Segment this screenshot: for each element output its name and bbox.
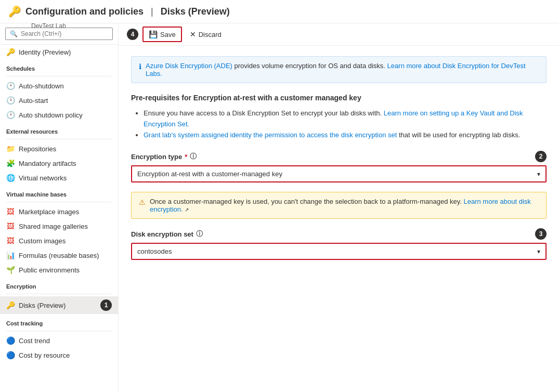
section-vm-bases: Virtual machine bases: [0, 185, 118, 200]
disk-encryption-set-wrapper: contosodes other-encryption-set ▾: [131, 243, 547, 260]
sidebar-item-label: Virtual networks: [19, 174, 67, 182]
sidebar-item-cost-trend[interactable]: 🔵 Cost trend: [0, 333, 118, 348]
section-schedules: Schedules: [0, 59, 118, 74]
custom-image-icon: 🖼: [6, 237, 15, 245]
grant-identity-link[interactable]: Grant lab's system assigned identity the…: [144, 131, 397, 139]
info-banner-text: Azure Disk Encryption (ADE) provides vol…: [146, 62, 539, 77]
sidebar-item-public-environments[interactable]: 🌱 Public environments: [0, 263, 118, 277]
content-area: 4 💾 Save ✕ Discard ℹ Azure Disk Encrypti…: [119, 23, 559, 392]
disk-set-info-icon[interactable]: ⓘ: [196, 229, 203, 239]
step-badge-3: 3: [535, 228, 547, 240]
discard-icon: ✕: [190, 30, 196, 38]
page-title: Configuration and policies: [25, 6, 144, 17]
encryption-type-group: Encryption type * ⓘ 2 Encryption at-rest…: [131, 151, 547, 182]
warning-text: Once a customer-managed key is used, you…: [150, 198, 539, 213]
sidebar-item-marketplace-images[interactable]: 🖼 Marketplace images: [0, 204, 118, 219]
sidebar-item-label: Repositories: [19, 145, 56, 153]
encryption-type-info-icon[interactable]: ⓘ: [190, 152, 197, 161]
save-label: Save: [160, 31, 176, 38]
bullet1-text: Ensure you have access to a Disk Encrypt…: [144, 109, 523, 128]
prerequisites-list: Ensure you have access to a Disk Encrypt…: [131, 108, 547, 140]
page-subtitle: Disks (Preview): [161, 6, 230, 17]
section-encryption: Encryption: [0, 277, 118, 292]
sidebar-item-auto-shutdown[interactable]: 🕐 Auto-shutdown: [0, 79, 118, 93]
warning-box: ⚠ Once a customer-managed key is used, y…: [131, 192, 547, 219]
discard-label: Discard: [199, 31, 222, 38]
sidebar-item-cost-by-resource[interactable]: 🔵 Cost by resource: [0, 348, 118, 362]
cost-trend-icon: 🔵: [6, 336, 15, 345]
sidebar-item-identity[interactable]: 🔑 Identity (Preview): [0, 45, 118, 59]
bullet-item-1: Ensure you have access to a Disk Encrypt…: [144, 108, 547, 130]
sidebar-item-auto-start[interactable]: 🕐 Auto-start: [0, 93, 118, 108]
section-cost-tracking: Cost tracking: [0, 314, 118, 329]
sidebar-item-label: Cost by resource: [19, 351, 70, 359]
encryption-type-select[interactable]: Encryption at-rest with a platform-manag…: [132, 166, 545, 181]
info-banner: ℹ Azure Disk Encryption (ADE) provides v…: [131, 56, 547, 83]
section-external: External resources: [0, 122, 118, 137]
repo-icon: 📁: [6, 145, 15, 153]
sidebar-item-label: Shared image galleries: [19, 223, 88, 230]
sidebar-item-custom-images[interactable]: 🖼 Custom images: [0, 233, 118, 248]
clock-icon: 🕐: [6, 82, 15, 90]
sidebar-item-label: Identity (Preview): [19, 48, 71, 56]
sidebar-item-label: Marketplace images: [19, 208, 79, 216]
toolbar: 4 💾 Save ✕ Discard: [119, 23, 559, 46]
divider: [6, 76, 112, 76]
toolbar-step-badge: 4: [127, 29, 138, 40]
save-icon: 💾: [149, 30, 158, 38]
sidebar-item-label: Public environments: [19, 266, 80, 274]
search-icon: 🔍: [10, 30, 18, 37]
sidebar-item-formulas[interactable]: 📊 Formulas (reusable bases): [0, 248, 118, 263]
title-separator: |: [151, 6, 153, 17]
sidebar-item-auto-shutdown-policy[interactable]: 🕐 Auto shutdown policy: [0, 108, 118, 122]
sidebar-item-label: Cost trend: [19, 337, 50, 345]
sidebar-item-repositories[interactable]: 📁 Repositories: [0, 141, 118, 156]
disk-encryption-set-group: Disk encryption set ⓘ 3 contosodes other…: [131, 228, 547, 260]
divider: [6, 331, 112, 331]
top-header: 🔑 Configuration and policies | Disks (Pr…: [0, 0, 559, 23]
step-badge-2: 2: [535, 151, 547, 162]
search-input[interactable]: [21, 30, 108, 37]
sub-label: DevTest Lab: [31, 22, 66, 30]
cost-resource-icon: 🔵: [6, 351, 15, 359]
key-vault-link[interactable]: Learn more on setting up a Key Vault and…: [144, 109, 523, 128]
key-icon: 🔑: [6, 48, 15, 56]
sidebar-item-label: Auto-shutdown: [19, 82, 64, 90]
sidebar-item-label: Formulas (reusable bases): [19, 252, 99, 259]
main-container: 🔍 🔑 Identity (Preview) Schedules 🕐 Auto-…: [0, 23, 559, 392]
encryption-type-label: Encryption type * ⓘ 2: [131, 151, 547, 162]
info-icon: ℹ: [139, 62, 141, 71]
network-icon: 🌐: [6, 174, 15, 182]
sidebar-item-label: Disks (Preview): [19, 302, 66, 309]
bullet-item-2: Grant lab's system assigned identity the…: [144, 130, 547, 141]
bullet2-text: Grant lab's system assigned identity the…: [144, 131, 520, 139]
prerequisites-title: Pre-requisites for Encryption at-rest wi…: [131, 94, 547, 102]
sidebar: 🔍 🔑 Identity (Preview) Schedules 🕐 Auto-…: [0, 23, 119, 392]
ade-link[interactable]: Azure Disk Encryption (ADE): [146, 62, 232, 70]
warning-icon: ⚠: [139, 198, 146, 206]
sidebar-item-shared-galleries[interactable]: 🖼 Shared image galleries: [0, 219, 118, 233]
gallery-icon: 🖼: [6, 222, 15, 230]
sidebar-item-disks-preview[interactable]: 🔑 Disks (Preview) 1: [0, 296, 118, 314]
sidebar-item-virtual-networks[interactable]: 🌐 Virtual networks: [0, 171, 118, 185]
sidebar-item-label: Auto shutdown policy: [19, 111, 83, 119]
environments-icon: 🌱: [6, 266, 15, 274]
discard-button[interactable]: ✕ Discard: [184, 27, 227, 42]
external-link-icon: ↗: [185, 207, 189, 213]
sidebar-item-label: Auto-start: [19, 97, 48, 104]
clock-icon: 🕐: [6, 111, 15, 119]
sidebar-item-mandatory-artifacts[interactable]: 🧩 Mandatory artifacts: [0, 156, 118, 171]
step-badge-1: 1: [100, 299, 112, 311]
divider: [6, 139, 112, 139]
sidebar-item-label: Custom images: [19, 237, 66, 245]
save-button[interactable]: 💾 Save: [142, 27, 182, 42]
encryption-type-select-wrapper: Encryption at-rest with a platform-manag…: [131, 165, 547, 182]
content-scroll: ℹ Azure Disk Encryption (ADE) provides v…: [119, 46, 559, 392]
disk-key-icon: 🔑: [6, 301, 15, 309]
key-icon: 🔑: [8, 5, 21, 18]
artifact-icon: 🧩: [6, 159, 15, 167]
clock-icon: 🕐: [6, 96, 15, 104]
disk-encryption-set-select[interactable]: contosodes other-encryption-set: [132, 244, 545, 259]
sidebar-item-label: Mandatory artifacts: [19, 160, 76, 167]
formula-icon: 📊: [6, 251, 15, 259]
